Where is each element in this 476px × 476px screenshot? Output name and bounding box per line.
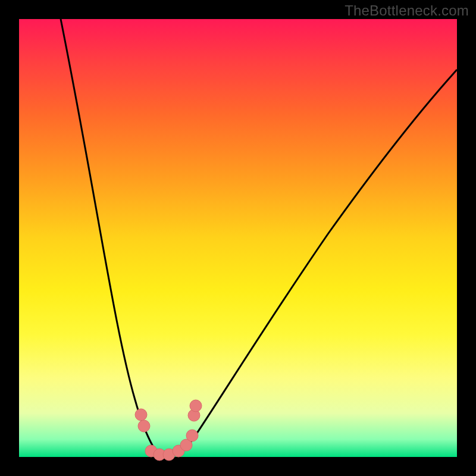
marker-dot [186, 430, 198, 441]
marker-cluster [135, 400, 202, 461]
marker-dot [135, 409, 147, 421]
chart-svg [19, 19, 457, 457]
bottleneck-curve [61, 19, 457, 456]
marker-dot [138, 420, 150, 432]
marker-dot [190, 400, 202, 412]
watermark-text: TheBottleneck.com [345, 2, 469, 19]
